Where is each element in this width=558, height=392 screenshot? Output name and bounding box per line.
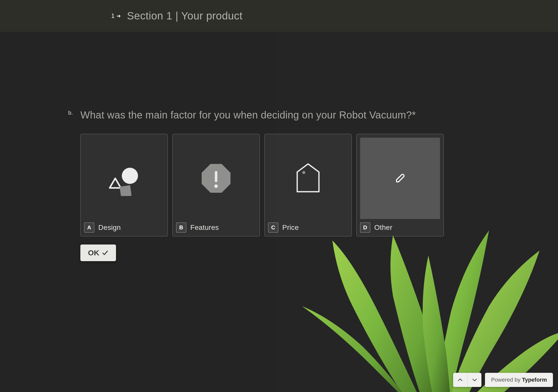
svg-point-1 [122,168,138,184]
option-design[interactable]: A Design [80,134,168,236]
next-button[interactable] [467,373,481,387]
option-label: Design [98,224,121,232]
svg-point-6 [302,171,305,174]
svg-rect-4 [215,171,217,182]
pencil-icon [360,138,440,219]
section-number-value: 1 [111,12,114,19]
option-label: Other [374,224,392,232]
option-key-d: D [360,223,370,233]
svg-rect-2 [120,185,131,196]
option-key-a: A [84,223,94,233]
section-title: Section 1 | Your product [127,10,242,22]
section-header: 1 ➔ Section 1 | Your product [0,0,558,32]
option-key-c: C [268,223,278,233]
option-label: Features [190,224,219,232]
option-price[interactable]: C Price [264,134,352,236]
prev-button[interactable] [453,373,467,387]
options-grid: A Design B Features [80,134,459,236]
chevron-down-icon [472,377,477,383]
svg-marker-0 [110,178,121,188]
powered-prefix: Powered by [491,377,520,383]
arrow-right-icon: ➔ [117,13,121,19]
powered-by-link[interactable]: Powered by Typeform [485,373,553,387]
ok-label: OK [88,249,99,257]
nav-buttons [453,373,481,387]
question-text: What was the main factor for you when de… [80,108,434,122]
svg-point-5 [214,184,218,188]
option-key-b: B [176,223,186,233]
option-label: Price [282,224,299,232]
section-number: 1 ➔ [111,12,121,19]
powered-brand: Typeform [522,377,547,383]
tag-icon [268,138,348,219]
option-other[interactable]: D Other [356,134,444,236]
alert-octagon-icon [176,138,256,219]
check-icon [102,250,108,256]
shapes-icon [84,138,164,219]
question-marker: b. [68,110,73,116]
option-features[interactable]: B Features [172,134,260,236]
chevron-up-icon [457,377,463,383]
ok-button[interactable]: OK [80,244,116,261]
